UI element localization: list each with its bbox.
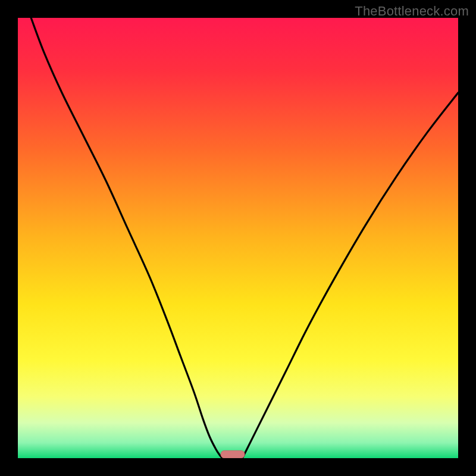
gradient-background (18, 18, 458, 458)
bottleneck-marker (221, 450, 245, 458)
plot-area (18, 18, 458, 458)
chart-frame: TheBottleneck.com (0, 0, 476, 476)
plot-svg (18, 18, 458, 458)
watermark-text: TheBottleneck.com (355, 4, 469, 19)
